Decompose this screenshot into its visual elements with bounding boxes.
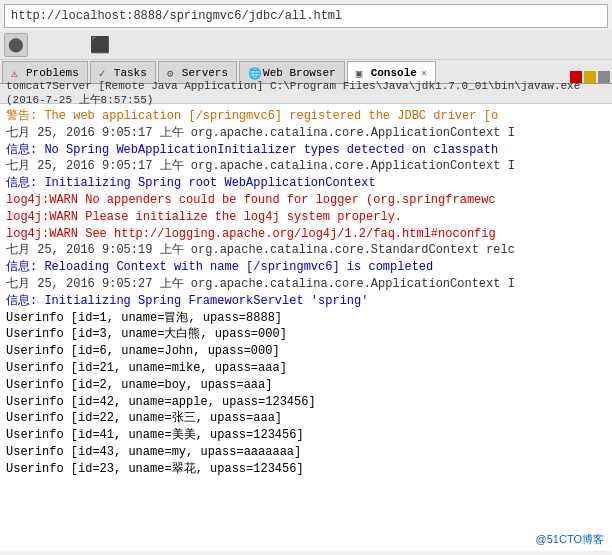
console-line: Userinfo [id=2, uname=boy, upass=aaa] — [6, 377, 606, 394]
console-line: Userinfo [id=22, uname=张三, upass=aaa] — [6, 410, 606, 427]
console-line: 信息: Initializing Spring FrameworkServlet… — [6, 293, 606, 310]
console-line: Userinfo [id=6, uname=John, upass=000] — [6, 343, 606, 360]
console-close-icon[interactable]: ✕ — [421, 67, 427, 79]
console-line: 七月 25, 2016 9:05:27 上午 org.apache.catali… — [6, 276, 606, 293]
console-line: 七月 25, 2016 9:05:17 上午 org.apache.catali… — [6, 158, 606, 175]
console-line: Userinfo [id=43, uname=my, upass=aaaaaaa… — [6, 444, 606, 461]
console-line: 七月 25, 2016 9:05:17 上午 org.apache.catali… — [6, 125, 606, 142]
console-icon: ▣ — [356, 67, 368, 79]
console-line: Userinfo [id=41, uname=美美, upass=123456] — [6, 427, 606, 444]
webbrowser-icon: 🌐 — [248, 67, 260, 79]
url-text: http://localhost:8888/springmvc6/jdbc/al… — [11, 9, 342, 23]
console-line: 信息: Initializing Spring root WebApplicat… — [6, 175, 606, 192]
console-line: Userinfo [id=1, uname=冒泡, upass=8888] — [6, 310, 606, 327]
server-info-text: tomcat7Server [Remote Java Application] … — [6, 80, 606, 107]
tab-webbrowser-label: Web Browser — [263, 67, 336, 79]
console-line: Userinfo [id=3, uname=大白熊, upass=000] — [6, 326, 606, 343]
console-line: 信息: No Spring WebApplicationInitializer … — [6, 142, 606, 159]
tab-tasks-label: Tasks — [114, 67, 147, 79]
toolbar-text: ⬛ — [35, 35, 110, 55]
console-line: 七月 25, 2016 9:05:19 上午 org.apache.catali… — [6, 242, 606, 259]
tab-console-label: Console — [371, 67, 417, 79]
console-line: log4j:WARN Please initialize the log4j s… — [6, 209, 606, 226]
server-info-bar: tomcat7Server [Remote Java Application] … — [0, 84, 612, 104]
console-line: 警告: The web application [/springmvc6] re… — [6, 108, 606, 125]
console-line: log4j:WARN See http://logging.apache.org… — [6, 226, 606, 243]
problems-icon: ⚠ — [11, 67, 23, 79]
watermark: @51CTO博客 — [536, 532, 604, 547]
console-output: 警告: The web application [/springmvc6] re… — [0, 104, 612, 551]
toolbar-icon-1[interactable]: ⬤ — [4, 33, 28, 57]
tab-servers-label: Servers — [182, 67, 228, 79]
console-line: Userinfo [id=42, uname=apple, upass=1234… — [6, 394, 606, 411]
console-line: Userinfo [id=23, uname=翠花, upass=123456] — [6, 461, 606, 478]
address-bar[interactable]: http://localhost:8888/springmvc6/jdbc/al… — [4, 4, 608, 28]
servers-icon: ⚙ — [167, 67, 179, 79]
tab-problems-label: Problems — [26, 67, 79, 79]
console-line: log4j:WARN No appenders could be found f… — [6, 192, 606, 209]
console-line: Userinfo [id=21, uname=mike, upass=aaa] — [6, 360, 606, 377]
console-line: 信息: Reloading Context with name [/spring… — [6, 259, 606, 276]
toolbar: ⬤ ⬛ — [0, 30, 612, 60]
tasks-icon: ✓ — [99, 67, 111, 79]
